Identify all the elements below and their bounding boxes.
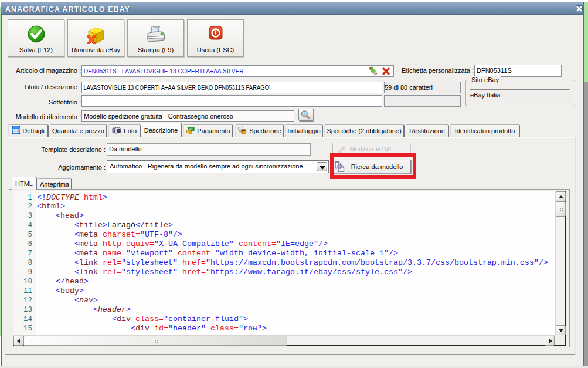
code-token: "UTF-8": [140, 230, 173, 239]
code-token: [37, 286, 56, 295]
template-label: Template descrizione :: [23, 146, 106, 154]
etichetta-field[interactable]: DFN05311S: [474, 65, 562, 77]
code-token: <: [74, 230, 79, 239]
scroll-left-button[interactable]: [13, 336, 23, 346]
aggiornamento-combobox[interactable]: Automatico - Rigenera da modello sempre …: [107, 160, 329, 173]
close-icon[interactable]: [576, 5, 583, 12]
sottotitolo-label: Sottotitolo :: [0, 99, 81, 107]
annotation-highlight-rectangle: [330, 153, 416, 179]
scroll-right-button[interactable]: [545, 336, 555, 346]
toolbar-button-label: Rimuovi da eBay: [68, 46, 124, 53]
print-button[interactable]: Stampa (F9): [127, 19, 184, 57]
horizontal-scroll-thumb[interactable]: [23, 336, 287, 346]
code-token: [98, 249, 103, 258]
code-token: content=: [239, 239, 276, 248]
exit-button[interactable]: Uscita (ESC): [187, 19, 244, 57]
code-token: [37, 324, 131, 333]
code-token: <: [37, 202, 42, 211]
toolbar-button-label: Uscita (ESC): [188, 46, 243, 53]
tab-label: Pagamento: [197, 127, 230, 134]
template-field[interactable]: Da modello: [107, 143, 311, 156]
code-token: [37, 258, 74, 267]
html-code-editor[interactable]: 123456789101112131415 <!DOCTYPE html><ht…: [13, 191, 566, 346]
combo-dropdown-button[interactable]: [317, 162, 327, 171]
code-line: <nav>: [37, 296, 98, 305]
code-token: [79, 193, 84, 202]
code-token: title: [145, 221, 168, 229]
tab-descrizione[interactable]: Descrizione: [141, 123, 182, 137]
scroll-up-button[interactable]: [556, 191, 566, 201]
line-number: 12: [23, 296, 32, 305]
code-token: [234, 239, 239, 248]
titolo-counter: 59 di 80 caratteri: [384, 82, 461, 93]
tab-quantita-e-prezzo[interactable]: Quantita' e prezzo: [50, 124, 107, 137]
desktop-background: [584, 82, 588, 368]
tab-dettagli[interactable]: Dettagli: [8, 124, 49, 137]
sottotitolo-field[interactable]: [81, 95, 382, 107]
printer-icon: [146, 25, 166, 46]
code-token: [37, 230, 74, 239]
code-token: "header": [168, 324, 206, 333]
line-number: 9: [28, 268, 32, 277]
field-value: Modello spedizione gratuita - Contrasseg…: [82, 111, 294, 121]
code-token: Faragò: [107, 221, 135, 229]
code-token: div: [135, 324, 149, 333]
code-token: [131, 315, 135, 323]
code-token: meta: [79, 239, 98, 248]
code-token: >: [243, 315, 248, 323]
remove-from-ebay-button[interactable]: Rimuovi da eBay: [67, 19, 124, 57]
code-token: "viewport": [126, 249, 173, 258]
code-token: />: [389, 249, 398, 258]
code-token: href=: [182, 258, 206, 267]
code-token: >: [262, 324, 267, 333]
tab-identificatori-prodotto[interactable]: Identificatori prodotto: [450, 124, 520, 137]
code-token: >: [126, 305, 131, 314]
code-token: div: [117, 315, 131, 323]
horizontal-scrollbar[interactable]: [13, 335, 555, 345]
code-token: link: [79, 268, 98, 276]
code-line: <header>: [37, 305, 131, 315]
editor-code-area[interactable]: <!DOCTYPE html><html> <head> <title>Fara…: [37, 191, 555, 335]
line-number: 10: [23, 277, 32, 286]
code-token: class=: [135, 315, 164, 323]
code-token: html: [42, 202, 60, 211]
tab-foto[interactable]: Foto: [108, 124, 141, 137]
tab-specifiche[interactable]: Specifiche (2 obbligatorie): [324, 124, 405, 137]
modello-field[interactable]: Modello spedizione gratuita - Contrasseg…: [81, 110, 294, 122]
code-token: >: [79, 286, 84, 295]
code-token: [173, 249, 178, 258]
code-token: "stylesheet": [121, 268, 178, 276]
articolo-field[interactable]: DFN05311S - LAVASTOVIGLIE 13 COPERTI A+A…: [81, 65, 394, 77]
tab-pagamento[interactable]: Pagamento: [183, 124, 233, 137]
code-token: http-equiv=: [103, 239, 154, 248]
selected-tab-connector: [141, 137, 181, 138]
vertical-scroll-thumb[interactable]: [556, 201, 566, 217]
code-token: header: [98, 305, 126, 314]
code-token: [178, 258, 182, 267]
field-value: DFN05311S: [475, 65, 561, 76]
code-line: <meta name="viewport" content="width=dev…: [37, 249, 398, 258]
tab-label: Descrizione: [144, 127, 178, 134]
save-button[interactable]: Salva (F12): [8, 19, 64, 57]
scroll-down-button[interactable]: [556, 325, 566, 335]
search-model-button[interactable]: [298, 109, 314, 121]
tab-spedizione[interactable]: Spedizione: [235, 124, 284, 137]
tab-restituzione[interactable]: Restituzione: [406, 124, 449, 137]
code-line: <div class="container-fluid">: [37, 315, 248, 324]
code-token: [37, 305, 93, 314]
line-number: 11: [23, 286, 32, 296]
code-token: />: [318, 239, 328, 248]
sottotitolo-counter: [384, 95, 461, 107]
tab-imballaggio[interactable]: Imballaggio: [285, 124, 323, 137]
line-number: 7: [28, 249, 32, 258]
vertical-scrollbar[interactable]: [555, 191, 565, 335]
code-token: />: [539, 258, 548, 267]
code-line: <link rel="stylesheet" href="https://www…: [37, 268, 412, 277]
screen: ANAGRAFICA ARTICOLO EBAY Salva (F12): [0, 0, 588, 368]
code-token: >: [60, 202, 65, 211]
subtab-html[interactable]: HTML: [12, 177, 37, 190]
titolo-field[interactable]: LAVASTOVIGLIE 13 COPERTI A+AA SILVER BEK…: [81, 82, 382, 93]
code-token: <!: [37, 193, 46, 202]
subtab-anteprima[interactable]: Anteprima: [38, 178, 72, 190]
code-line: <title>Faragò</title>: [37, 221, 173, 230]
